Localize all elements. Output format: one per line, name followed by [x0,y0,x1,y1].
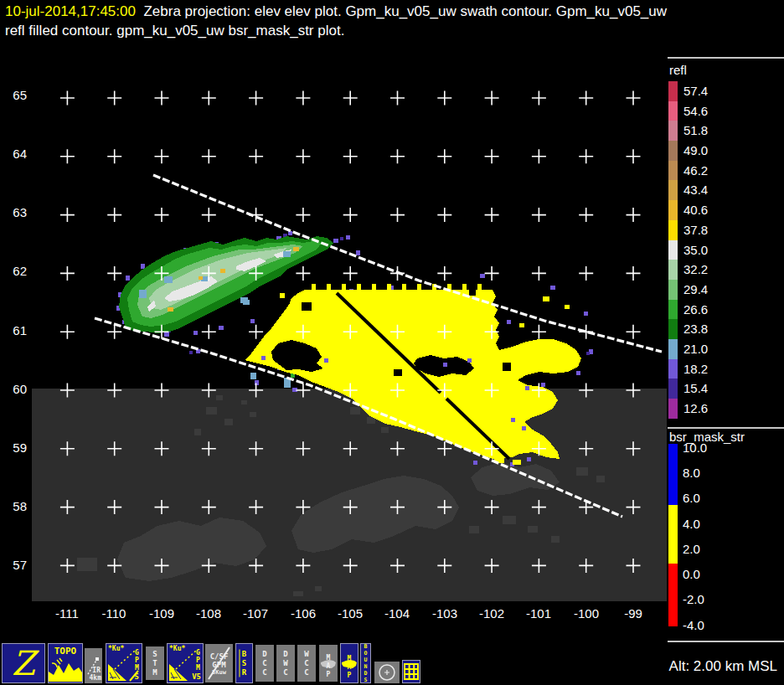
colorbar-level: 54.6 [668,101,708,121]
map-button-inactive[interactable]: MAP [319,645,338,682]
lon-label: -104 [379,606,415,620]
lon-label: -106 [285,606,322,620]
plot-canvas[interactable] [0,0,784,638]
map-button-active[interactable]: MAP [340,643,358,683]
lat-label: 64 [3,147,27,160]
colorbar-level: 46.2 [668,161,708,181]
colorbar-level: 12.6 [668,399,708,419]
colorbar-level: 40.6 [668,200,708,220]
wcc-button[interactable]: WCC [297,645,316,682]
color-swatch [668,339,678,359]
topo-button[interactable]: TOPO [48,643,83,683]
bsr-label: 8.0 [683,466,700,479]
lat-label: 57 [3,558,27,571]
csf-gpm-button[interactable]: C/SF GPM 5Kuw [205,644,233,682]
lon-label: -101 [520,606,557,620]
bsr-segment-red [668,564,678,626]
lon-label: -103 [426,606,463,620]
bsr-label: 10.0 [683,440,707,454]
colorbar-level: 21.0 [668,339,708,359]
lon-label: -111 [49,606,85,620]
circle-dot-icon [375,662,399,682]
stm-button[interactable]: STM [146,646,164,680]
lon-label: -102 [473,606,510,620]
colorbar-level: 29.4 [668,280,708,300]
lon-label: -105 [332,606,369,620]
lon-label: -109 [143,606,180,620]
lat-label: 61 [3,323,27,337]
panel-divider [668,57,784,59]
lat-label: 65 [3,88,27,101]
ir-4km-button[interactable]: IR 4km [85,648,102,683]
color-swatch [668,220,678,240]
bsr-label: 0.0 [683,567,700,580]
slash-icon [205,644,233,682]
station-select-button[interactable] [374,662,400,683]
colorbar-level: 18.2 [668,359,708,379]
bsr-label: -4.0 [683,618,704,631]
lat-label: 58 [3,499,27,512]
color-swatch [668,300,678,320]
bsr-button[interactable]: BSR [235,643,253,683]
lon-label: -110 [95,606,132,620]
color-swatch [668,379,678,399]
lat-label: 63 [3,205,27,219]
dcc-button[interactable]: DCC [255,645,274,682]
altitude-status: Alt: 2.00 km MSL [669,658,777,675]
color-swatch [668,359,678,379]
color-swatch [668,200,678,220]
colorbar-level: 57.4 [668,81,708,101]
lon-label: -107 [237,606,274,620]
lon-label: -99 [615,606,652,620]
panel-divider [668,427,784,429]
color-swatch [668,240,678,260]
bsr-label: 4.0 [683,517,700,530]
colorbar-level: 37.8 [668,220,708,240]
zebra-logo-button[interactable]: Z [2,643,45,683]
bsr-segment-blue [668,444,678,505]
bsr-segment-yellow [668,505,678,564]
bsr-colorbar [668,444,678,626]
refl-colorbar: 57.4 54.6 51.8 49.0 46.2 43.4 40.6 37.8 … [668,81,708,419]
colorbar-level: 32.2 [668,260,708,280]
color-swatch [668,260,678,280]
gpm-ku-v5-button[interactable]: *Ku* GPM V5 [167,643,204,683]
refl-colorbar-title: refl [669,63,687,77]
colorbar-level: 35.0 [668,240,708,260]
gpm-ku-5-button[interactable]: *Ku* GPM 5 [106,643,142,683]
color-swatch [668,399,678,419]
lon-label: -108 [190,606,227,620]
color-swatch [668,180,678,200]
color-swatch [668,161,678,181]
color-swatch [668,121,678,141]
topo-mountains-icon [49,657,82,682]
panel-divider [668,641,784,642]
colorbar-level: 26.6 [668,300,708,320]
zebra-app: { "header": { "timestamp": "10-jul-2014,… [0,0,784,685]
colorbar-level: 23.8 [668,319,708,339]
color-swatch [668,280,678,300]
colorbar-level: 49.0 [668,141,708,161]
dwc-button[interactable]: DWC [276,645,295,682]
grid-toggle-button[interactable] [402,660,420,683]
lat-label: 60 [3,382,27,395]
colorbar-level: 15.4 [668,379,708,399]
zebra-z-icon: Z [3,645,44,682]
lon-label: -100 [568,606,605,620]
lat-label: 62 [3,264,27,277]
bounds-button[interactable]: BOUNDS [360,643,371,683]
color-swatch [668,141,678,161]
color-swatch [668,101,678,121]
colorbar-level: 43.4 [668,180,708,200]
bsr-label: 2.0 [683,542,700,555]
lat-label: 59 [3,440,27,454]
bsr-label: 6.0 [683,491,700,504]
colorbar-level: 51.8 [668,121,708,141]
grid-icon [404,663,419,680]
color-swatch [668,319,678,339]
bsr-label: -2.0 [683,592,704,605]
color-swatch [668,81,678,101]
